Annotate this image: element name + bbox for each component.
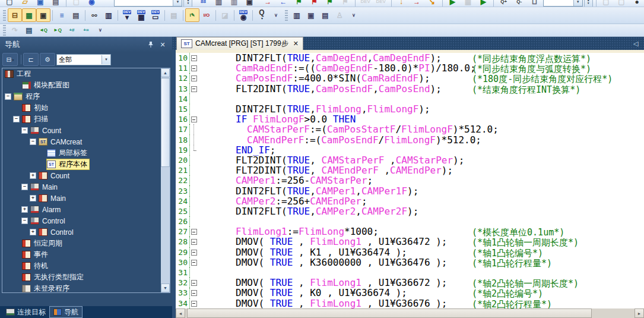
tree-item-模块配置图[interactable]: 模块配置图 (2, 80, 170, 91)
nav-scrollbar[interactable]: ▲ ▼ (161, 68, 170, 292)
toolbar-options-button-3[interactable]: ∨ (93, 24, 107, 37)
code-line[interactable]: 16IF FlimLongF>0.0 THEN (176, 114, 644, 124)
work-window-button[interactable]: ▦ (22, 8, 36, 22)
code-line[interactable]: 12CamPosEndF:=400.0*SIN(CamRadEndF);(*18… (176, 73, 644, 83)
toolbar-grip[interactable] (285, 10, 288, 21)
parameter-window-button[interactable]: ▥ (290, 8, 304, 22)
code-line[interactable]: 31 (176, 267, 644, 278)
code-line[interactable]: 15DINT2FLT(TRUE,FlimLong,FlimLongF); (176, 104, 644, 114)
device-find-button[interactable]: DEV▾ (120, 8, 134, 22)
save-project-button[interactable]: ▣ (33, 0, 47, 7)
insert-mode-button[interactable]: I✎ (185, 8, 199, 22)
device-block-replace-button[interactable]: DEV▭ (148, 8, 163, 22)
toolbar-options-button-2[interactable]: ∨ (347, 8, 361, 22)
fold-collapse-icon[interactable] (190, 73, 198, 83)
pin-icon[interactable] (146, 40, 156, 49)
collapse-icon[interactable]: − (13, 116, 20, 122)
tree-item-初始[interactable]: 初始 (2, 102, 170, 114)
tree-item-Control[interactable]: +Control (2, 226, 170, 238)
intelligent-module-button[interactable]: ▣ (36, 8, 50, 22)
tree-item-局部标签[interactable]: 局部标签 (2, 147, 170, 159)
code-line[interactable]: 34DMOV( TRUE , FlimLong1 , U1¥G36676 );(… (176, 298, 644, 308)
code-line[interactable]: 13FLT2DINT(TRUE,CamPosEndF,CamPosEnd);(*… (176, 84, 644, 94)
chevron-down-icon[interactable]: ▼ (101, 55, 110, 64)
fold-collapse-icon[interactable] (190, 288, 198, 298)
code-line[interactable]: 20FLT2DINT(TRUE, CAMStarPerF ,CAMStarPer… (176, 155, 644, 165)
jump-back-button[interactable]: ← (276, 0, 290, 7)
code-line[interactable]: 19END_IF; (176, 145, 644, 155)
device-display-button[interactable]: DEV◉ (236, 8, 250, 22)
monitor-write-button[interactable]: ▶ (476, 0, 490, 7)
about-button[interactable]: ● (630, 0, 644, 7)
fold-collapse-icon[interactable] (190, 63, 198, 73)
tree-item-CAMcreat[interactable]: −STCAMcreat (2, 136, 170, 147)
scroll-up-icon[interactable]: ▲ (161, 68, 170, 77)
tree-item-未登录程序[interactable]: 未登录程序 (2, 283, 170, 293)
monitor-window-button[interactable]: ▣ (243, 0, 257, 7)
tree-item-程序[interactable]: −程序 (2, 91, 170, 102)
code-line[interactable]: 14 (176, 94, 644, 104)
zoom-combo[interactable]: ▼ (543, 0, 583, 7)
note-display-button[interactable]: ▤ (69, 8, 83, 22)
help-button[interactable]: ◉ (84, 0, 99, 7)
fold-collapse-icon[interactable] (190, 53, 198, 63)
panel-tab-连接目标[interactable]: 连接目标 (2, 307, 49, 317)
code-line[interactable]: 33DMOV( TRUE , K0 , U1¥G36674 );(*轴2凸轮编号… (176, 288, 644, 298)
code-line[interactable]: 26 (176, 216, 644, 226)
st-code-area[interactable]: 10DINT2FLT(TRUE,CamDegEnd,CamDegEndF);(*… (176, 53, 644, 308)
code-line[interactable]: 25DINT2FLT(TRUE,CAMPer2,CAMPer2F); (176, 206, 644, 216)
fold-collapse-icon[interactable] (190, 278, 198, 288)
code-line[interactable]: 23DINT2FLT(TRUE,CAMPer1,CAMPer1F); (176, 185, 644, 196)
find-prev-marker-button[interactable]: ◄Q (36, 24, 50, 37)
statement-edit-button[interactable]: ▤ (22, 24, 36, 37)
tree-item-Count[interactable]: +Count (2, 170, 170, 181)
insert-row-button[interactable]: +# (65, 24, 79, 37)
tab-close-icon[interactable]: ✕ (293, 40, 299, 48)
nav-filter-combo[interactable]: 全部 ▼ (56, 54, 111, 65)
hscrollbar-thumb[interactable] (187, 308, 592, 318)
scroll-down-icon[interactable]: ▼ (161, 284, 170, 292)
bookmark-find-red-button[interactable]: ⚑ (307, 0, 321, 7)
copy-window-button[interactable]: ▥ (212, 0, 226, 7)
tree-item-Main[interactable]: +Main (2, 193, 170, 204)
instruction-list-button[interactable]: 88 (196, 0, 211, 7)
window-combo[interactable]: ▼ (114, 0, 182, 7)
code-line[interactable]: 17CAMStarPerF:=(CamPosStartF/FlimLongF)*… (176, 124, 644, 134)
new-project-button[interactable]: ▢ (2, 0, 17, 7)
code-line[interactable]: 29DMOV( TRUE , K1 , U1¥G36474 );(*轴1凸轮编号… (176, 247, 644, 257)
fold-collapse-icon[interactable] (190, 114, 198, 124)
download-button[interactable]: ↓ (394, 0, 408, 7)
scroll-left-icon[interactable]: ◄ (176, 308, 185, 318)
code-line[interactable]: 10DINT2FLT(TRUE,CamDegEnd,CamDegEndF);(*… (176, 53, 644, 63)
toolbar-grip[interactable] (3, 10, 6, 21)
fold-collapse-icon[interactable] (190, 298, 198, 308)
verify-button[interactable]: ↘ (425, 0, 439, 7)
collapse-icon[interactable]: − (21, 218, 28, 224)
find-next-marker-button[interactable]: ►Q (50, 24, 65, 37)
fold-collapse-icon[interactable] (190, 247, 198, 257)
close-icon[interactable]: ✕ (158, 40, 167, 49)
expand-icon[interactable]: + (30, 195, 36, 201)
fold-collapse-icon[interactable] (190, 237, 198, 247)
code-line[interactable]: 24CAMPer2:=256+CAMEndPer; (176, 196, 644, 206)
panel-tab-导航[interactable]: 导航 (49, 306, 83, 318)
collapse-icon[interactable]: − (21, 184, 28, 190)
tree-item-无执行类型指定[interactable]: 无执行类型指定 (2, 272, 170, 283)
bookmark-find-green-button[interactable]: ⚑ (291, 0, 306, 7)
module-window-button[interactable]: ▣ (304, 8, 318, 22)
expand-icon[interactable]: + (21, 206, 28, 213)
collapse-icon[interactable]: − (30, 138, 36, 145)
monitor-start-button[interactable]: ▶ (445, 0, 459, 7)
upload-button[interactable]: → (410, 0, 424, 7)
tree-item-Main[interactable]: −Main (2, 181, 170, 193)
tree-item-扫描[interactable]: −扫描 (2, 114, 170, 125)
code-line[interactable]: 30DMOV( TRUE , K36000000 , U1¥G36476 );(… (176, 257, 644, 267)
device-batch-replace-button[interactable]: DEV▦ (134, 8, 148, 22)
chevron-down-icon[interactable]: ▼ (173, 0, 182, 6)
code-line[interactable]: 22CAMPer1:=256-CAMStarPer; (176, 175, 644, 185)
expand-icon[interactable]: + (30, 229, 36, 235)
fold-collapse-icon[interactable] (190, 226, 198, 237)
nav-scrollbar-thumb[interactable] (161, 78, 170, 167)
print-button[interactable]: ▤ (49, 0, 63, 7)
chevron-down-icon[interactable]: ▼ (573, 0, 582, 6)
